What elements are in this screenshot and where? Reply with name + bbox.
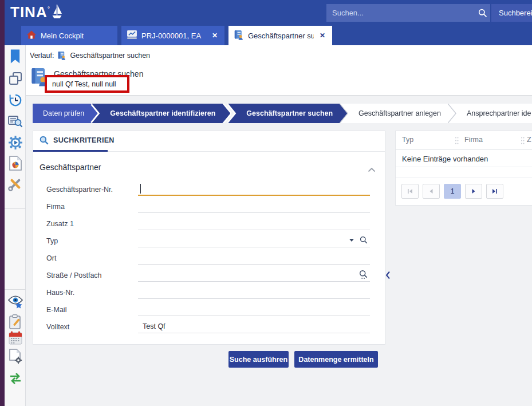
email-input[interactable] [138, 303, 370, 316]
field-label: Typ [46, 237, 58, 245]
report-pie-icon[interactable] [5, 156, 26, 171]
last-page-button[interactable] [486, 184, 503, 199]
workflow-step-gp-identifizieren[interactable]: Geschäftspartner identifizieren [92, 104, 230, 123]
suche-ausfuehren-button[interactable]: Suche ausführen [228, 351, 289, 368]
geschaeftspartner-nr-input[interactable] [138, 183, 370, 196]
tab-label: Mein Cockpit [41, 31, 112, 40]
tab-label: Geschäftspartner suc... [248, 31, 314, 40]
pagination: 1 [401, 184, 503, 199]
page-number-button[interactable]: 1 [444, 184, 461, 199]
partner-icon [234, 30, 243, 42]
tab-suchkriterien[interactable]: SUCHKRITERIEN [40, 136, 115, 145]
clipboard-edit-icon[interactable] [5, 314, 26, 329]
field-row-volltext: Volltext Test Qf [33, 319, 385, 336]
calendar-icon[interactable] [5, 331, 26, 345]
workflow-step-gp-suchen[interactable]: Geschäftspartner suchen [228, 104, 348, 123]
history-entry[interactable]: Geschäftspartner suchen [70, 52, 150, 60]
workflow-step-ansprechpartner[interactable]: Ansprechpartner ide [448, 104, 532, 123]
sidebar-divider [5, 289, 26, 290]
search-criteria-panel: SUCHKRITERIEN Geschäftspartner Geschäfts… [33, 131, 385, 345]
search-input[interactable] [326, 9, 475, 17]
field-label: E-Mail [46, 306, 66, 314]
global-search [326, 4, 490, 22]
tab-prj-0000001[interactable]: PRJ-0000001, EA ✕ [121, 26, 224, 45]
lookup-icon[interactable] [360, 236, 368, 244]
search-icon[interactable] [475, 9, 490, 18]
results-table-header: Typ Firma Z [396, 131, 532, 150]
criteria-tab-label: SUCHKRITERIEN [53, 136, 115, 144]
page-subtitle: null Qf Test, null null [52, 80, 116, 88]
gear-play-icon[interactable] [5, 136, 26, 149]
workflow-step-daten-pruefen[interactable]: Daten prüfen [33, 104, 99, 123]
criteria-fields: Geschäftspartner-Nr. Firma Zusatz 1 Typ [33, 182, 385, 336]
haus-nr-input[interactable] [138, 286, 370, 299]
history-label: Verlauf: [30, 52, 54, 60]
magnifier-icon [40, 136, 49, 145]
logo-text: TINA [10, 3, 48, 21]
column-drag-handle-icon[interactable] [455, 136, 459, 147]
zusatz1-input[interactable] [138, 217, 370, 230]
app-logo: TINA ° [10, 3, 62, 22]
field-label: Haus-Nr. [46, 289, 74, 297]
field-row-haus-nr: Haus-Nr. [33, 285, 385, 302]
first-page-button[interactable] [401, 184, 419, 199]
column-header-firma[interactable]: Firma [464, 136, 483, 144]
home-icon [27, 30, 36, 41]
field-row-typ: Typ [33, 233, 385, 250]
history-clock-icon[interactable] [5, 93, 26, 107]
next-page-button[interactable] [465, 184, 482, 199]
active-tab-underline [33, 150, 108, 152]
chart-icon [127, 30, 137, 41]
close-icon[interactable]: ✕ [211, 31, 219, 40]
top-header: TINA ° Suchbereich [5, 0, 532, 26]
field-row-firma: Firma [33, 199, 385, 216]
panel-collapse-icon[interactable] [385, 270, 392, 280]
search-scope-button[interactable]: Suchbereich [491, 4, 532, 22]
workflow-steps: Daten prüfen Geschäftspartner identifizi… [33, 104, 532, 123]
close-icon[interactable]: ✕ [318, 31, 326, 40]
strasse-input[interactable] [138, 269, 370, 282]
section-title: Geschäftspartner [40, 163, 101, 172]
collapse-section-icon[interactable] [368, 164, 376, 175]
row-divider [396, 177, 532, 178]
criteria-tab-strip: SUCHKRITERIEN [33, 131, 385, 152]
field-row-zusatz1: Zusatz 1 [33, 216, 385, 233]
watchlist-eye-icon[interactable] [5, 295, 26, 310]
volltext-value: Test Qf [143, 322, 165, 330]
field-row-geschaeftspartner-nr: Geschäftspartner-Nr. [33, 182, 385, 199]
column-drag-handle-icon[interactable] [521, 136, 525, 147]
pages-icon[interactable] [5, 72, 26, 85]
field-label: Zusatz 1 [46, 220, 74, 228]
ort-input[interactable] [138, 251, 370, 265]
tab-label: PRJ-0000001, EA [141, 31, 206, 40]
field-label: Geschäftspartner-Nr. [46, 186, 113, 194]
tab-geschaeftspartner-suchen[interactable]: Geschäftspartner suc... ✕ [228, 26, 332, 45]
previous-page-button[interactable] [423, 184, 440, 199]
document-gear-icon[interactable] [5, 349, 26, 364]
empty-results-text: Keine Einträge vorhanden [402, 155, 488, 163]
app-window: TINA ° Suchbereich Mein Cockpit PRJ-000 [0, 0, 532, 406]
lookup-more-icon[interactable] [359, 270, 368, 279]
tab-bar: Mein Cockpit PRJ-0000001, EA ✕ Geschäfts… [5, 26, 532, 45]
column-header-typ[interactable]: Typ [402, 136, 413, 144]
workflow-step-gp-anlegen[interactable]: Geschäftspartner anlegen [340, 104, 456, 123]
partner-icon [58, 51, 66, 60]
logo-registered-mark: ° [48, 5, 50, 12]
edge-accent-stripe [0, 0, 5, 406]
volltext-input[interactable]: Test Qf [138, 320, 370, 333]
field-label: Firma [46, 203, 65, 211]
sync-arrows-icon[interactable] [5, 372, 26, 385]
firma-input[interactable] [138, 200, 370, 213]
tab-mein-cockpit[interactable]: Mein Cockpit [21, 26, 117, 45]
field-label: Volltext [46, 323, 69, 331]
datenmenge-ermitteln-button[interactable]: Datenmenge ermitteln [294, 351, 378, 368]
row-divider [396, 167, 532, 167]
chevron-down-icon[interactable] [349, 239, 354, 242]
field-row-strasse: Straße / Postfach [33, 267, 385, 285]
bookmark-icon[interactable] [5, 49, 26, 64]
typ-input[interactable] [138, 234, 370, 247]
sidebar-divider [5, 208, 26, 209]
column-header-z[interactable]: Z [527, 136, 531, 144]
tools-icon[interactable] [5, 176, 26, 191]
table-search-icon[interactable] [5, 115, 26, 128]
